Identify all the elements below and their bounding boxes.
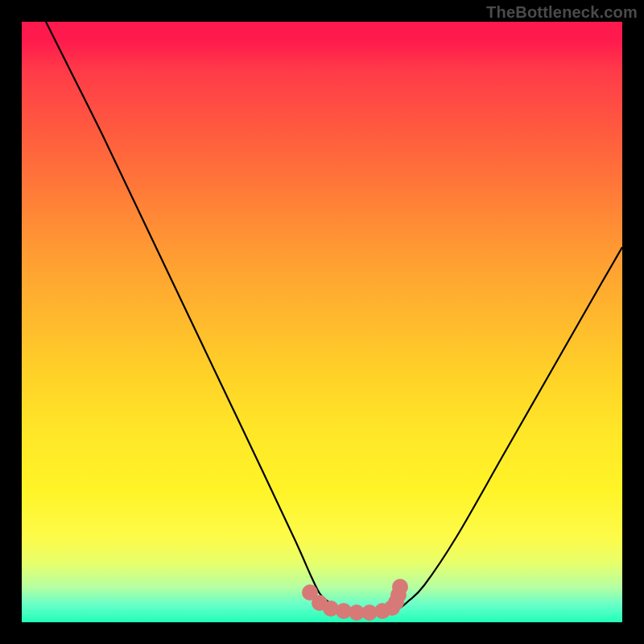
chart-area <box>22 22 622 622</box>
trough-dot <box>392 579 408 595</box>
watermark-text: TheBottleneck.com <box>486 3 638 22</box>
bottleneck-curve <box>46 22 622 613</box>
trough-marker-group <box>302 579 408 621</box>
chart-svg <box>22 22 622 622</box>
